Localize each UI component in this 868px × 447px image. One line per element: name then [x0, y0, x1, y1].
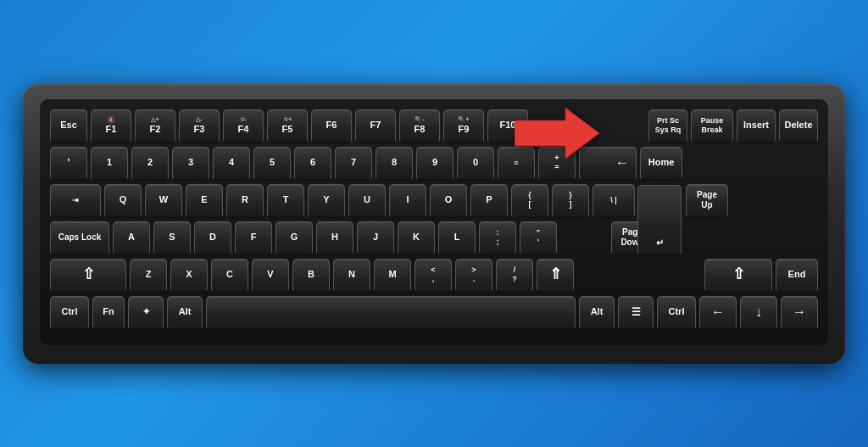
key-r[interactable]: R	[226, 184, 264, 218]
key-6[interactable]: 6	[294, 147, 331, 181]
key-f6[interactable]: F6	[311, 109, 352, 143]
key-h[interactable]: H	[316, 221, 353, 255]
asdf-key-row: Caps Lock A S D F G H J K L : ; " ' Page…	[50, 221, 818, 255]
key-8[interactable]: 8	[376, 147, 413, 181]
key-right-shift[interactable]: ⇧	[704, 259, 772, 293]
key-plus-equals[interactable]: + =	[538, 147, 576, 181]
key-p[interactable]: P	[470, 184, 508, 218]
key-d[interactable]: D	[194, 221, 231, 255]
key-arrow-down[interactable]: ↓	[740, 296, 777, 330]
key-5[interactable]: 5	[253, 147, 291, 181]
key-arrow-right[interactable]: →	[781, 296, 818, 330]
key-m[interactable]: M	[374, 259, 411, 293]
key-f9[interactable]: 🔍+F9	[443, 109, 484, 143]
key-f7[interactable]: F7	[355, 109, 396, 143]
key-l[interactable]: L	[438, 221, 476, 255]
key-4[interactable]: 4	[213, 147, 250, 181]
key-t[interactable]: T	[267, 184, 304, 218]
key-rbracket[interactable]: } ]	[552, 184, 589, 218]
key-semicolon[interactable]: : ;	[479, 221, 516, 255]
key-f1[interactable]: 🔇F1	[91, 109, 131, 143]
key-f10[interactable]: F10	[487, 109, 528, 143]
key-end[interactable]: End	[776, 259, 818, 293]
key-insert[interactable]: Insert	[737, 109, 776, 143]
key-prtsc[interactable]: Prt ScSys Rq	[648, 109, 687, 143]
key-f3[interactable]: △-F3	[179, 109, 220, 143]
key-right-alt[interactable]: Alt	[579, 296, 615, 330]
key-right-ctrl[interactable]: Ctrl	[657, 296, 696, 330]
key-7[interactable]: 7	[335, 147, 372, 181]
key-backtick[interactable]: '	[50, 147, 87, 181]
key-lbracket[interactable]: { [	[511, 184, 548, 218]
key-left-ctrl[interactable]: Ctrl	[50, 296, 89, 330]
key-f8[interactable]: 🔍-F8	[399, 109, 440, 143]
key-arrow-left[interactable]: ←	[699, 296, 737, 330]
key-home[interactable]: Home	[640, 147, 682, 181]
key-slash[interactable]: / ?	[496, 259, 533, 293]
key-j[interactable]: J	[357, 221, 394, 255]
keyboard-outer: Esc 🔇F1 △+F2 △-F3 ☆-F4 ☆+F5 F6 F7 🔍-F8	[23, 84, 845, 364]
key-s[interactable]: S	[153, 221, 191, 255]
key-y[interactable]: Y	[308, 184, 345, 218]
key-x[interactable]: X	[170, 259, 208, 293]
number-key-row: ' 1 2 3 4 5 6 7 8 9 0 ≡ + = ← Home	[50, 147, 818, 181]
zxcv-key-row: ⇧ Z X C V B N M < , > . / ? ⇑ ⇧ End	[50, 259, 818, 293]
key-capslock[interactable]: Caps Lock	[50, 221, 109, 255]
key-delete[interactable]: Delete	[779, 109, 818, 143]
key-1[interactable]: 1	[91, 147, 128, 181]
qwerty-key-row: ⇥ Q W E R T Y U I O P { [ } ] \ | ↵	[50, 184, 818, 218]
key-w[interactable]: W	[145, 184, 182, 218]
key-f4[interactable]: ☆-F4	[223, 109, 264, 143]
key-b[interactable]: B	[292, 259, 330, 293]
key-o[interactable]: O	[430, 184, 467, 218]
key-backspace[interactable]: ←	[579, 147, 637, 181]
key-f2[interactable]: △+F2	[135, 109, 175, 143]
key-q[interactable]: Q	[104, 184, 142, 218]
keyboard-inner: Esc 🔇F1 △+F2 △-F3 ☆-F4 ☆+F5 F6 F7 🔍-F8	[40, 99, 828, 345]
key-fn[interactable]: Fn	[92, 296, 125, 330]
key-z[interactable]: Z	[130, 259, 167, 293]
key-pause[interactable]: PauseBreak	[691, 109, 733, 143]
key-quote[interactable]: " '	[520, 221, 557, 255]
key-rshift-arrow[interactable]: ⇑	[537, 259, 574, 293]
key-0[interactable]: 0	[457, 147, 494, 181]
key-pageup[interactable]: PageUp	[686, 184, 728, 218]
key-f[interactable]: F	[235, 221, 272, 255]
key-9[interactable]: 9	[416, 147, 453, 181]
key-backslash[interactable]: \ | ↵	[593, 184, 635, 218]
key-space[interactable]	[206, 296, 576, 330]
key-f5[interactable]: ☆+F5	[267, 109, 308, 143]
key-menu[interactable]: ☰	[618, 296, 654, 330]
key-win[interactable]: ✦	[128, 296, 164, 330]
key-tab[interactable]: ⇥	[50, 184, 101, 218]
key-esc[interactable]: Esc	[50, 109, 87, 143]
key-i[interactable]: I	[389, 184, 426, 218]
key-period[interactable]: > .	[455, 259, 492, 293]
function-key-row: Esc 🔇F1 △+F2 △-F3 ☆-F4 ☆+F5 F6 F7 🔍-F8	[50, 109, 818, 143]
key-e[interactable]: E	[186, 184, 223, 218]
key-minus-equals[interactable]: ≡	[498, 147, 535, 181]
key-left-shift[interactable]: ⇧	[50, 259, 126, 293]
key-a[interactable]: A	[113, 221, 150, 255]
key-g[interactable]: G	[275, 221, 313, 255]
bottom-key-row: Ctrl Fn ✦ Alt Alt ☰ Ctrl ← ↓ →	[50, 296, 818, 330]
key-n[interactable]: N	[333, 259, 370, 293]
key-left-alt[interactable]: Alt	[167, 296, 203, 330]
key-u[interactable]: U	[348, 184, 386, 218]
key-2[interactable]: 2	[131, 147, 169, 181]
key-c[interactable]: C	[211, 259, 248, 293]
key-v[interactable]: V	[252, 259, 289, 293]
key-3[interactable]: 3	[172, 147, 209, 181]
key-comma[interactable]: < ,	[415, 259, 452, 293]
key-k[interactable]: K	[398, 221, 435, 255]
